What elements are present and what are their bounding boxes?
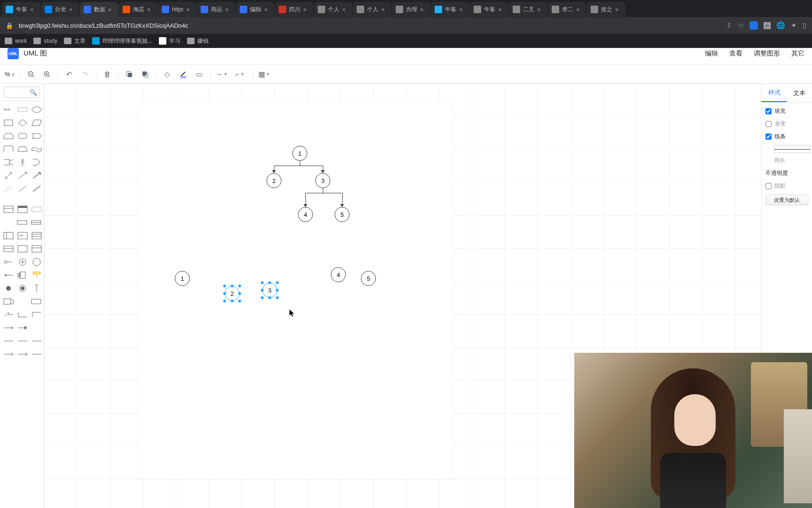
bookmark-item[interactable]: work [5, 38, 27, 44]
menu-item[interactable]: 查看 [729, 49, 742, 58]
shape-thumbnail[interactable] [17, 171, 28, 180]
shape-thumbnail[interactable] [17, 144, 28, 154]
edge[interactable] [300, 161, 300, 166]
shape-thumbnail[interactable] [3, 231, 14, 240]
extensions-icon[interactable]: ✦ [791, 21, 797, 30]
shadow-button[interactable]: ▭ [192, 67, 206, 81]
shape-thumbnail[interactable] [3, 244, 14, 254]
close-icon[interactable]: × [69, 6, 76, 13]
menu-item[interactable]: 其它 [791, 49, 804, 58]
shape-thumbnail[interactable] [16, 218, 28, 227]
shape-thumbnail[interactable] [31, 310, 42, 319]
undo-button[interactable]: ↶ [62, 67, 76, 81]
shape-thumbnail[interactable] [17, 131, 28, 141]
shape-thumbnail[interactable] [3, 297, 14, 306]
browser-tab[interactable]: 四川:× [275, 2, 313, 17]
shape-thumbnail[interactable] [31, 349, 42, 359]
tab-text[interactable]: 文本 [787, 84, 812, 102]
edge[interactable] [300, 166, 323, 166]
close-icon[interactable]: × [459, 6, 466, 13]
shape-thumbnail[interactable] [31, 105, 42, 114]
gradient-checkbox[interactable] [765, 121, 772, 127]
diagram-node[interactable]: 5 [335, 207, 350, 222]
shape-thumbnail[interactable] [31, 297, 42, 306]
close-icon[interactable]: × [615, 6, 622, 13]
shape-thumbnail[interactable] [17, 205, 28, 214]
browser-tab[interactable]: https://× [158, 2, 196, 17]
diagram-node[interactable]: 1 [292, 146, 307, 161]
edge[interactable] [305, 193, 306, 205]
selection-handle[interactable] [261, 289, 264, 292]
browser-tab[interactable]: 牛客网× [470, 2, 508, 17]
shape-thumbnail[interactable] [3, 270, 14, 280]
shape-thumbnail[interactable] [3, 336, 14, 346]
browser-tab[interactable]: 分类整× [41, 2, 79, 17]
share-icon[interactable]: ⇧ [726, 21, 732, 30]
selection-handle[interactable] [268, 281, 271, 284]
selection-handle[interactable] [276, 281, 279, 284]
shape-thumbnail[interactable] [17, 118, 28, 127]
edge[interactable] [323, 193, 343, 193]
close-icon[interactable]: × [576, 6, 583, 13]
browser-tab[interactable]: 淘店铺× [119, 2, 157, 17]
shape-thumbnail[interactable] [17, 349, 28, 359]
selection-handle[interactable] [223, 292, 226, 295]
shape-thumbnail[interactable] [17, 310, 28, 319]
browser-tab[interactable]: 个人怎× [353, 2, 391, 17]
edge[interactable] [305, 193, 323, 193]
selection-handle[interactable] [231, 300, 234, 302]
shape-thumbnail[interactable] [31, 284, 42, 293]
shape-thumbnail[interactable] [3, 131, 14, 141]
shape-thumbnail[interactable] [3, 144, 14, 154]
zoom-out-button[interactable] [24, 67, 38, 81]
sidepanel-icon[interactable]: ▯ [803, 21, 806, 30]
shape-thumbnail[interactable] [3, 310, 14, 319]
diagram-node[interactable]: 3 [262, 283, 277, 298]
shape-thumbnail[interactable] [17, 257, 28, 267]
set-default-button[interactable]: 设置为默认 [765, 195, 808, 205]
google-translate-icon[interactable]: 🌐 [776, 21, 785, 30]
shape-thumbnail[interactable] [31, 336, 42, 346]
close-icon[interactable]: × [381, 6, 388, 13]
diagram-node[interactable]: 4 [298, 207, 313, 222]
bookmark-item[interactable]: 哔哩哔哩弹幕视频... [92, 37, 152, 45]
browser-tab[interactable]: 二叉树× [509, 2, 547, 17]
shape-thumbnail[interactable] [3, 184, 14, 193]
shape-thumbnail[interactable] [3, 218, 14, 227]
shape-thumbnail[interactable]: pkg [17, 231, 28, 240]
diagram-node[interactable]: 2 [225, 286, 240, 301]
browser-tab[interactable]: 办理公× [392, 2, 430, 17]
shape-thumbnail[interactable] [31, 184, 42, 193]
table-button[interactable]: ▦▼ [257, 67, 271, 81]
shape-thumbnail[interactable] [3, 349, 14, 359]
shape-thumbnail[interactable] [31, 131, 42, 141]
selection-handle[interactable] [238, 300, 241, 302]
shape-thumbnail[interactable] [31, 171, 42, 180]
browser-tab[interactable]: 按之字× [587, 2, 625, 17]
bookmark-item[interactable]: 文章 [64, 37, 86, 45]
close-icon[interactable]: × [186, 6, 193, 13]
shape-thumbnail[interactable] [31, 118, 42, 127]
shape-thumbnail[interactable] [17, 323, 28, 333]
shape-thumbnail[interactable] [3, 158, 14, 167]
shape-thumbnail[interactable] [3, 171, 14, 180]
shape-thumbnail[interactable] [17, 184, 28, 193]
shape-thumbnail[interactable] [31, 158, 42, 167]
selection-handle[interactable] [231, 285, 234, 287]
shape-thumbnail[interactable] [3, 118, 14, 127]
line-checkbox[interactable] [765, 134, 772, 140]
line-color-button[interactable] [176, 67, 190, 81]
close-icon[interactable]: × [303, 6, 310, 13]
shape-thumbnail[interactable] [17, 336, 28, 346]
shape-thumbnail[interactable]: text [3, 105, 14, 114]
fill-checkbox[interactable] [765, 108, 772, 114]
line-preview[interactable] [774, 145, 811, 153]
shape-thumbnail[interactable] [3, 205, 14, 214]
bookmark-item[interactable]: 赚钱 [187, 37, 209, 45]
browser-tab[interactable]: 数据结× [80, 2, 118, 17]
close-icon[interactable]: × [537, 6, 544, 13]
edge[interactable] [342, 193, 343, 205]
shadow-checkbox[interactable] [765, 183, 772, 189]
browser-tab[interactable]: 个人怎× [314, 2, 352, 17]
fill-color-button[interactable]: ◇ [160, 67, 174, 81]
